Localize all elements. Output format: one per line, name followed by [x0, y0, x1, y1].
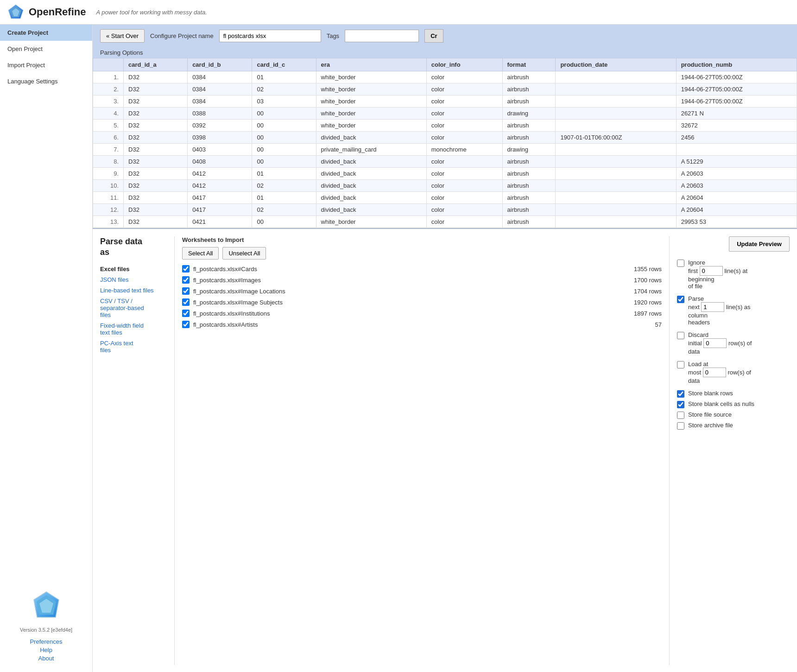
cell-card_id_a: D32: [124, 120, 188, 132]
table-row: 7.D32040300private_mailing_cardmonochrom…: [93, 144, 797, 156]
cell-production_date: 1907-01-01T06:00:00Z: [556, 132, 676, 144]
ignore-first-checkbox[interactable]: [677, 260, 684, 267]
cell-card_id_a: D32: [124, 83, 188, 95]
worksheet-checkbox[interactable]: [182, 321, 190, 328]
project-name-input[interactable]: [219, 30, 321, 42]
worksheet-checkbox[interactable]: [182, 298, 190, 306]
col-header-color-info: color_info: [426, 58, 502, 71]
file-type-json[interactable]: JSON files: [100, 276, 167, 283]
parse-data-as-title: Parse dataas: [100, 236, 167, 258]
cell-card_id_a: D32: [124, 180, 188, 192]
cell-production_date: [556, 71, 676, 83]
sidebar-nav: Create Project Open Project Import Proje…: [0, 25, 92, 580]
sidebar-item-open-project[interactable]: Open Project: [0, 41, 92, 57]
configure-project-label: Configure Project name: [150, 32, 214, 39]
cell-card_id_a: D32: [124, 144, 188, 156]
col-header-production-numb: production_numb: [676, 58, 797, 71]
cell-num: 6.: [93, 132, 124, 144]
worksheet-rows-count: 1355 rows: [634, 266, 662, 273]
cell-color_info: color: [426, 204, 502, 216]
cell-format: airbrush: [502, 192, 556, 204]
worksheet-rows-count: 1704 rows: [634, 288, 662, 295]
start-over-button[interactable]: « Start Over: [100, 29, 145, 43]
sidebar-item-create-project[interactable]: Create Project: [0, 25, 92, 41]
sidebar-item-import-project[interactable]: Import Project: [0, 57, 92, 73]
worksheet-name: fl_postcards.xlsx#Cards: [193, 266, 630, 273]
store-blank-rows-checkbox[interactable]: [677, 390, 684, 398]
update-preview-button[interactable]: Update Preview: [729, 236, 790, 252]
file-type-pc-axis[interactable]: PC-Axis textfiles: [100, 340, 167, 354]
worksheet-checkbox[interactable]: [182, 310, 190, 317]
parse-next-group: Parsenext line(s) ascolumnheaders: [677, 295, 790, 326]
cell-color_info: color: [426, 71, 502, 83]
table-row: 6.D32039800divided_backcolorairbrush1907…: [93, 132, 797, 144]
cell-production_numb: 1944-06-27T05:00:00Z: [676, 83, 797, 95]
worksheet-row: fl_postcards.xlsx#Image Locations1704 ro…: [182, 287, 662, 295]
discard-initial-input[interactable]: [703, 338, 727, 348]
store-file-source-checkbox[interactable]: [677, 412, 684, 419]
cell-production_date: [556, 216, 676, 228]
parse-next-input[interactable]: [701, 302, 724, 312]
about-link[interactable]: About: [9, 655, 83, 662]
cell-production_date: [556, 83, 676, 95]
worksheet-checkbox[interactable]: [182, 287, 190, 295]
parse-next-row: Parsenext line(s) ascolumnheaders: [677, 295, 790, 326]
cell-production_numb: [676, 144, 797, 156]
cell-era: divided_back: [316, 132, 426, 144]
worksheet-row: fl_postcards.xlsx#Image Subjects1920 row…: [182, 298, 662, 306]
cell-era: white_border: [316, 120, 426, 132]
cell-num: 3.: [93, 95, 124, 108]
file-type-csv-tsv[interactable]: CSV / TSV /separator-basedfiles: [100, 298, 167, 318]
cell-production_numb: 2456: [676, 132, 797, 144]
discard-initial-checkbox[interactable]: [677, 332, 684, 339]
help-link[interactable]: Help: [9, 647, 83, 653]
cell-card_id_b: 0392: [188, 120, 252, 132]
parse-next-checkbox[interactable]: [677, 296, 684, 303]
cell-format: airbrush: [502, 120, 556, 132]
cell-card_id_c: 02: [252, 83, 316, 95]
store-blank-cells-label: Store blank cells as nulls: [688, 400, 754, 407]
col-header-format: format: [502, 58, 556, 71]
store-archive-file-checkbox[interactable]: [677, 422, 684, 430]
cell-era: divided_back: [316, 168, 426, 180]
store-blank-cells-checkbox[interactable]: [677, 401, 684, 408]
table-row: 13.D32042100white_bordercolorairbrush299…: [93, 216, 797, 228]
cell-era: divided_back: [316, 180, 426, 192]
cell-production_numb: A 51229: [676, 156, 797, 168]
store-blank-rows-row: Store blank rows: [677, 390, 790, 398]
table-row: 4.D32038800white_bordercolordrawing26271…: [93, 108, 797, 120]
cell-color_info: color: [426, 108, 502, 120]
cell-card_id_b: 0421: [188, 216, 252, 228]
worksheet-row: fl_postcards.xlsx#Images1700 rows: [182, 276, 662, 284]
file-type-fixed-width[interactable]: Fixed-width fieldtext files: [100, 322, 167, 336]
cell-color_info: color: [426, 132, 502, 144]
worksheet-checkbox[interactable]: [182, 265, 190, 273]
load-at-most-input[interactable]: [703, 368, 726, 377]
tags-input[interactable]: [345, 30, 419, 42]
worksheet-rows-count: 1920 rows: [634, 299, 662, 306]
sidebar-item-language-settings[interactable]: Language Settings: [0, 73, 92, 89]
cell-production_numb: 1944-06-27T05:00:00Z: [676, 95, 797, 108]
ignore-first-input[interactable]: [700, 266, 723, 276]
cell-card_id_c: 01: [252, 192, 316, 204]
preferences-link[interactable]: Preferences: [9, 638, 83, 645]
unselect-all-button[interactable]: Unselect All: [222, 247, 266, 260]
cell-era: white_border: [316, 95, 426, 108]
data-table: card_id_a card_id_b card_id_c era color_…: [93, 58, 797, 228]
file-type-excel[interactable]: Excel files: [100, 266, 167, 273]
cell-production_numb: A 20604: [676, 204, 797, 216]
version-text: Version 3.5.2 [e3efd4e]: [9, 627, 83, 633]
cell-num: 11.: [93, 192, 124, 204]
create-button[interactable]: Cr: [424, 29, 443, 43]
store-file-source-row: Store file source: [677, 411, 790, 419]
cell-production_numb: 29953 53: [676, 216, 797, 228]
parse-section: Parse dataas Excel files JSON files Line…: [93, 229, 797, 672]
discard-initial-row: Discardinitial row(s) ofdata: [677, 331, 790, 355]
worksheet-checkbox[interactable]: [182, 276, 190, 284]
load-at-most-checkbox[interactable]: [677, 361, 684, 368]
file-type-line-based[interactable]: Line-based text files: [100, 287, 167, 294]
select-all-button[interactable]: Select All: [182, 247, 219, 260]
cell-num: 8.: [93, 156, 124, 168]
cell-card_id_a: D32: [124, 168, 188, 180]
cell-card_id_b: 0412: [188, 180, 252, 192]
